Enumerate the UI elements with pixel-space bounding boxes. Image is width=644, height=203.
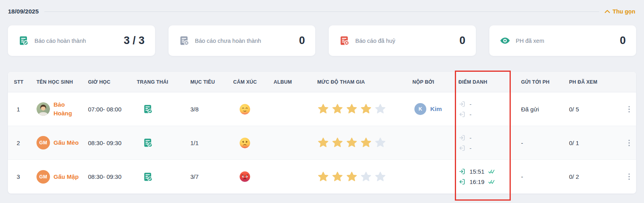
- card-label: Báo cáo đã huỷ: [355, 38, 395, 44]
- star-icon: [374, 137, 386, 149]
- report-completed-icon: [143, 104, 153, 114]
- column-header-stt: STT: [8, 79, 31, 85]
- check-out-time: 16:19: [470, 178, 485, 185]
- stt-cell: 1: [8, 106, 31, 113]
- date-header-row: 18/09/2025 Thu gọn: [0, 0, 644, 15]
- status-cell: [135, 172, 186, 182]
- star-icon: [360, 137, 372, 149]
- report-completed-icon: [143, 172, 153, 182]
- parent-viewed-cell: 0/ 1: [561, 140, 611, 146]
- status-cell: [135, 138, 186, 148]
- student-initials-avatar: GM: [36, 136, 50, 149]
- check-out-time: -: [470, 145, 472, 151]
- target-cell: 1/1: [186, 140, 230, 146]
- summary-cards: Báo cáo hoàn thành 3 / 3 Báo cáo chưa ho…: [8, 25, 636, 56]
- check-in-icon: [458, 100, 466, 108]
- parent-viewed-cell: 0/ 5: [561, 106, 611, 113]
- star-icon: [346, 137, 358, 149]
- attendance-times: - -: [458, 100, 512, 118]
- class-time-cell: 08:30- 09:30: [83, 140, 135, 146]
- card-parent-viewed: PH đã xem 0: [489, 25, 636, 56]
- student-cell: Bảo Hoàng: [31, 100, 83, 118]
- participation-rating: [317, 171, 401, 183]
- column-header-emotion: CẢM XÚC: [230, 79, 272, 85]
- student-cell: GM Gấu Mèo: [31, 136, 83, 149]
- column-header-album: ALBUM: [272, 79, 309, 85]
- check-out-icon: [458, 111, 466, 118]
- card-label: PH đã xem: [516, 38, 544, 44]
- report-table: STT TÊN HỌC SINH GIỜ HỌC TRẠNG THÁI MỤC …: [8, 72, 636, 193]
- submitted-by-cell: K Kim: [401, 103, 455, 115]
- card-value: 3 / 3: [124, 34, 145, 47]
- report-cancelled-icon: [339, 35, 350, 46]
- card-value: 0: [459, 34, 465, 47]
- column-header-time: GIỜ HỌC: [83, 79, 135, 85]
- stt-cell: 3: [8, 173, 31, 180]
- attendance-cell: - -: [455, 134, 512, 152]
- double-check-icon: [488, 169, 495, 174]
- collapse-toggle[interactable]: Thu gọn: [605, 8, 635, 15]
- check-in-icon: [458, 168, 466, 175]
- star-icon: [332, 137, 343, 149]
- sent-to-parent-cell: -: [512, 140, 561, 146]
- check-out-icon: [458, 178, 466, 186]
- student-name[interactable]: Gấu Mập: [54, 172, 79, 181]
- card-reports-incomplete: Báo cáo chưa hoàn thành 0: [169, 25, 316, 56]
- class-time-cell: 08:30- 09:30: [83, 173, 135, 180]
- kebab-menu-icon[interactable]: [628, 140, 630, 146]
- card-label: Báo cáo hoàn thành: [34, 38, 86, 44]
- card-value: 0: [620, 34, 626, 47]
- double-check-icon: [488, 179, 495, 184]
- student-cell: GM Gấu Mập: [31, 170, 83, 184]
- class-time-cell: 07:00- 08:00: [83, 106, 135, 113]
- column-header-sent-to-parent: GỬI TỚI PH: [512, 79, 561, 85]
- target-cell: 3/8: [186, 106, 230, 113]
- submitter-name[interactable]: Kim: [430, 105, 442, 113]
- star-icon: [360, 171, 372, 183]
- table-row: 3 GM Gấu Mập 08:30- 09:30 3/7: [8, 160, 636, 193]
- kebab-menu-icon[interactable]: [628, 173, 630, 180]
- check-in-time: -: [470, 134, 472, 141]
- student-name[interactable]: Gấu Mèo: [54, 138, 79, 147]
- star-icon: [374, 171, 386, 183]
- participation-rating: [317, 137, 401, 149]
- check-in-time: -: [470, 101, 472, 107]
- sent-to-parent-cell: Đã gửi: [512, 106, 561, 113]
- star-icon: [317, 171, 329, 183]
- emotion-cell: [230, 137, 272, 149]
- column-header-target: MỤC TIÊU: [186, 79, 230, 85]
- kebab-menu-icon[interactable]: [628, 106, 630, 113]
- sent-to-parent-cell: -: [512, 173, 561, 180]
- check-out-icon: [458, 144, 466, 152]
- attendance-times: - -: [458, 134, 512, 152]
- parent-viewed-cell: 0/ 2: [561, 173, 611, 180]
- attendance-times: 15:51 16:19: [458, 168, 512, 186]
- participation-cell: [309, 171, 401, 183]
- submitter-avatar: K: [414, 103, 426, 115]
- student-photo-avatar: [36, 102, 50, 116]
- star-icon: [346, 103, 358, 115]
- attendance-cell: - -: [455, 100, 512, 118]
- column-header-parent-viewed: PH ĐÃ XEM: [561, 79, 611, 85]
- collapse-label: Thu gọn: [613, 8, 635, 15]
- report-incomplete-icon: [179, 35, 190, 46]
- target-cell: 3/7: [186, 173, 230, 180]
- participation-cell: [309, 137, 401, 149]
- star-icon: [317, 103, 329, 115]
- star-icon: [317, 137, 329, 149]
- divider: [44, 11, 599, 12]
- participation-rating: [317, 103, 401, 115]
- column-header-submitted-by: NỘP BỞI: [401, 79, 455, 85]
- chevron-up-icon: [605, 10, 610, 13]
- persevering-face-icon: [239, 137, 251, 149]
- student-name[interactable]: Bảo Hoàng: [54, 100, 83, 118]
- emotion-cell: [230, 103, 272, 115]
- check-in-time: 15:51: [470, 168, 485, 175]
- emotion-cell: [230, 171, 272, 182]
- check-out-time: -: [470, 111, 472, 118]
- eye-icon: [500, 35, 510, 46]
- attendance-cell: 15:51 16:19: [455, 168, 512, 186]
- card-label: Báo cáo chưa hoàn thành: [195, 38, 261, 44]
- star-icon: [332, 103, 343, 115]
- participation-cell: [309, 103, 401, 115]
